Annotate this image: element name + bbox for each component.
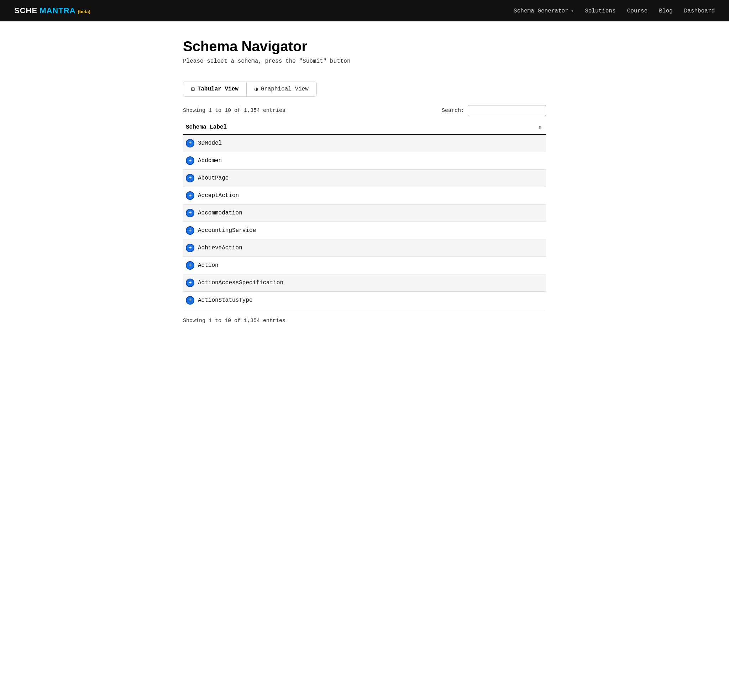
row-content: +ActionAccessSpecification bbox=[186, 279, 542, 287]
schema-label-cell: +ActionAccessSpecification bbox=[183, 274, 546, 292]
table-row[interactable]: +Abdomen bbox=[183, 152, 546, 170]
schema-label-cell: +AchieveAction bbox=[183, 239, 546, 257]
row-content: +Accommodation bbox=[186, 209, 542, 217]
expand-icon[interactable]: + bbox=[186, 261, 195, 270]
search-container: Search: bbox=[442, 105, 546, 116]
expand-icon[interactable]: + bbox=[186, 191, 195, 200]
nav-link-solutions[interactable]: Solutions bbox=[585, 8, 616, 14]
site-logo[interactable]: SCHEMANTRA (beta) bbox=[14, 6, 90, 15]
schema-label-cell: +ActionStatusType bbox=[183, 292, 546, 309]
table-row[interactable]: +AchieveAction bbox=[183, 239, 546, 257]
expand-icon[interactable]: + bbox=[186, 156, 195, 165]
chart-icon: ◑ bbox=[254, 86, 258, 93]
page-subtitle: Please select a schema, press the "Submi… bbox=[183, 58, 546, 64]
nav-item-solutions[interactable]: Solutions bbox=[585, 7, 616, 14]
schema-label: AcceptAction bbox=[198, 192, 239, 199]
tab-tabular-view[interactable]: ⊞ Tabular View bbox=[183, 82, 247, 96]
expand-icon[interactable]: + bbox=[186, 209, 195, 217]
tab-graphical-view[interactable]: ◑ Graphical View bbox=[247, 82, 317, 96]
schema-label: AccountingService bbox=[198, 227, 256, 234]
nav-link-blog[interactable]: Blog bbox=[659, 8, 672, 14]
navbar: SCHEMANTRA (beta) Schema Generator Solut… bbox=[0, 0, 729, 21]
expand-icon[interactable]: + bbox=[186, 174, 195, 182]
expand-icon[interactable]: + bbox=[186, 279, 195, 287]
row-content: +ActionStatusType bbox=[186, 296, 542, 304]
row-content: +AboutPage bbox=[186, 174, 542, 182]
column-header-label: Schema Label bbox=[186, 124, 227, 130]
table-header: Schema Label ⇅ bbox=[183, 121, 546, 134]
schema-label: Action bbox=[198, 262, 219, 269]
row-content: +AccountingService bbox=[186, 226, 542, 235]
logo-sche: SCHE bbox=[14, 6, 37, 15]
schema-label: Accommodation bbox=[198, 210, 243, 216]
nav-item-course[interactable]: Course bbox=[627, 7, 648, 14]
nav-link-dashboard[interactable]: Dashboard bbox=[684, 8, 715, 14]
expand-icon[interactable]: + bbox=[186, 139, 195, 147]
schema-table: Schema Label ⇅ +3DModel+Abdomen+AboutPag… bbox=[183, 121, 546, 309]
table-row[interactable]: +3DModel bbox=[183, 134, 546, 152]
schema-label-cell: +3DModel bbox=[183, 134, 546, 152]
main-content: Schema Navigator Please select a schema,… bbox=[169, 21, 560, 345]
row-content: +Abdomen bbox=[186, 156, 542, 165]
search-label: Search: bbox=[442, 108, 464, 114]
schema-label: 3DModel bbox=[198, 140, 222, 146]
row-content: +AchieveAction bbox=[186, 244, 542, 252]
table-row[interactable]: +AccountingService bbox=[183, 222, 546, 239]
sort-icon[interactable]: ⇅ bbox=[539, 124, 542, 130]
logo-beta: (beta) bbox=[78, 9, 90, 14]
schema-label-cell: +Accommodation bbox=[183, 204, 546, 222]
table-controls: Showing 1 to 10 of 1,354 entries Search: bbox=[183, 105, 546, 116]
table-row[interactable]: +Accommodation bbox=[183, 204, 546, 222]
row-content: +3DModel bbox=[186, 139, 542, 147]
table-row[interactable]: +ActionStatusType bbox=[183, 292, 546, 309]
table-row[interactable]: +ActionAccessSpecification bbox=[183, 274, 546, 292]
schema-label: Abdomen bbox=[198, 157, 222, 164]
nav-item-schema-generator[interactable]: Schema Generator bbox=[514, 7, 574, 14]
entries-info-bottom: Showing 1 to 10 of 1,354 entries bbox=[183, 315, 546, 324]
column-schema-label: Schema Label ⇅ bbox=[183, 121, 546, 134]
schema-label: ActionAccessSpecification bbox=[198, 279, 283, 286]
logo-mantra: MANTRA bbox=[39, 6, 76, 15]
row-content: +Action bbox=[186, 261, 542, 270]
schema-label: AboutPage bbox=[198, 175, 228, 181]
nav-link-course[interactable]: Course bbox=[627, 8, 648, 14]
nav-links: Schema Generator Solutions Course Blog D… bbox=[514, 7, 715, 14]
schema-label-cell: +AccountingService bbox=[183, 222, 546, 239]
expand-icon[interactable]: + bbox=[186, 244, 195, 252]
page-title: Schema Navigator bbox=[183, 38, 546, 54]
view-tabs: ⊞ Tabular View ◑ Graphical View bbox=[183, 81, 317, 96]
expand-icon[interactable]: + bbox=[186, 226, 195, 235]
table-icon: ⊞ bbox=[191, 86, 195, 93]
schema-label: ActionStatusType bbox=[198, 297, 253, 304]
schema-label-cell: +Abdomen bbox=[183, 152, 546, 170]
table-body: +3DModel+Abdomen+AboutPage+AcceptAction+… bbox=[183, 134, 546, 309]
nav-link-schema-generator[interactable]: Schema Generator bbox=[514, 8, 574, 14]
row-content: +AcceptAction bbox=[186, 191, 542, 200]
entries-info-top: Showing 1 to 10 of 1,354 entries bbox=[183, 108, 286, 114]
tab-graphical-label: Graphical View bbox=[261, 86, 309, 92]
search-input[interactable] bbox=[468, 105, 546, 116]
nav-item-dashboard[interactable]: Dashboard bbox=[684, 7, 715, 14]
schema-label-cell: +AboutPage bbox=[183, 170, 546, 187]
expand-icon[interactable]: + bbox=[186, 296, 195, 304]
table-row[interactable]: +AcceptAction bbox=[183, 187, 546, 204]
schema-label-cell: +Action bbox=[183, 257, 546, 274]
table-row[interactable]: +AboutPage bbox=[183, 170, 546, 187]
schema-label: AchieveAction bbox=[198, 245, 243, 251]
table-row[interactable]: +Action bbox=[183, 257, 546, 274]
schema-label-cell: +AcceptAction bbox=[183, 187, 546, 204]
tab-tabular-label: Tabular View bbox=[197, 86, 238, 92]
nav-item-blog[interactable]: Blog bbox=[659, 7, 672, 14]
